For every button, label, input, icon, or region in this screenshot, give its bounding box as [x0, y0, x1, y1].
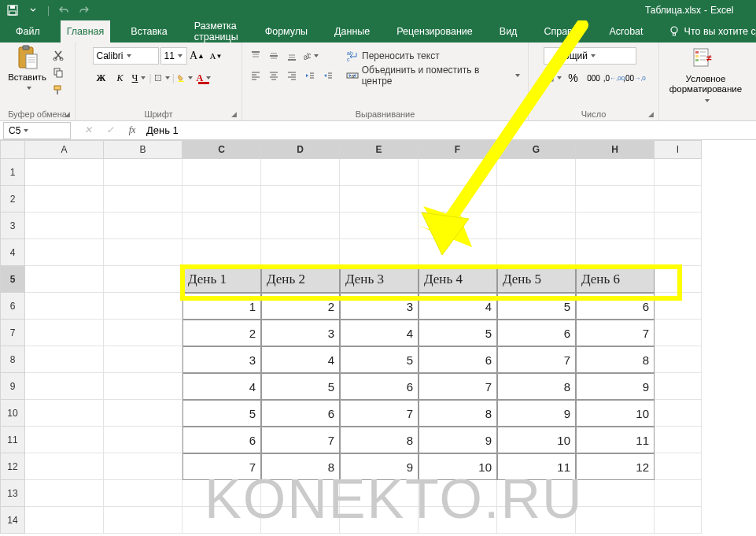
cell-B3[interactable] — [104, 213, 183, 239]
formula-input[interactable]: День 1 — [140, 124, 756, 136]
cell-D3[interactable] — [261, 213, 340, 239]
cell-A12[interactable] — [25, 453, 104, 480]
borders-icon[interactable] — [153, 69, 171, 87]
cell-G11[interactable]: 10 — [497, 427, 576, 453]
cell-F13[interactable] — [419, 480, 497, 507]
decrease-font-icon[interactable]: A▼ — [208, 47, 225, 65]
cell-H10[interactable]: 10 — [576, 400, 655, 427]
cell-B13[interactable] — [104, 480, 183, 507]
cell-F2[interactable] — [419, 186, 497, 213]
cell-I11[interactable] — [655, 427, 702, 453]
alignment-dialog-launcher-icon[interactable]: ◢ — [518, 110, 526, 118]
cell-B14[interactable] — [104, 507, 183, 534]
conditional-formatting-icon[interactable]: ≠ — [691, 46, 720, 74]
cell-C1[interactable] — [183, 159, 261, 186]
cell-E3[interactable] — [340, 213, 419, 239]
cell-E14[interactable] — [340, 507, 419, 534]
cell-F14[interactable] — [419, 507, 497, 534]
column-header-E[interactable]: E — [340, 140, 419, 159]
cell-E6[interactable]: 3 — [340, 293, 419, 320]
underline-button[interactable]: Ч — [131, 69, 148, 87]
align-middle-icon[interactable] — [265, 47, 282, 65]
cell-H14[interactable] — [576, 507, 655, 534]
cell-A6[interactable] — [25, 293, 104, 320]
conditional-formatting-dropdown-icon[interactable] — [702, 94, 710, 99]
cell-C13[interactable] — [183, 480, 261, 507]
cell-E12[interactable]: 9 — [340, 453, 419, 480]
cell-D8[interactable]: 4 — [261, 346, 340, 373]
cell-I5[interactable] — [655, 266, 702, 293]
column-header-C[interactable]: C — [183, 140, 261, 159]
clipboard-dialog-launcher-icon[interactable]: ◢ — [65, 110, 72, 118]
cell-B6[interactable] — [104, 293, 183, 320]
cell-A5[interactable] — [25, 266, 104, 293]
cell-G6[interactable]: 5 — [497, 293, 576, 320]
cell-D4[interactable] — [261, 239, 340, 266]
cell-B7[interactable] — [104, 320, 183, 346]
cell-F4[interactable] — [419, 239, 497, 266]
cell-H12[interactable]: 12 — [576, 453, 655, 480]
cell-E13[interactable] — [340, 480, 419, 507]
cell-A2[interactable] — [25, 186, 104, 213]
cell-E2[interactable] — [340, 186, 419, 213]
cell-B2[interactable] — [104, 186, 183, 213]
cell-D5[interactable]: День 2 — [261, 266, 340, 293]
cell-G2[interactable] — [497, 186, 576, 213]
undo-icon[interactable] — [56, 2, 72, 18]
cell-H1[interactable] — [576, 159, 655, 186]
cell-E8[interactable]: 5 — [340, 346, 419, 373]
enter-formula-icon[interactable]: ✓ — [102, 123, 118, 139]
comma-style-button[interactable]: 000 — [585, 69, 603, 87]
cell-G4[interactable] — [497, 239, 576, 266]
cell-B12[interactable] — [104, 453, 183, 480]
cell-F5[interactable]: День 4 — [419, 266, 497, 293]
cell-B5[interactable] — [104, 266, 183, 293]
cell-I10[interactable] — [655, 400, 702, 427]
cell-H11[interactable]: 11 — [576, 427, 655, 453]
cell-A4[interactable] — [25, 239, 104, 266]
cell-F11[interactable]: 9 — [419, 427, 497, 453]
row-header-13[interactable]: 13 — [0, 480, 25, 507]
cell-I2[interactable] — [655, 186, 702, 213]
font-name-combo[interactable]: Calibri — [93, 47, 159, 65]
cell-C10[interactable]: 5 — [183, 400, 261, 427]
cell-B8[interactable] — [104, 346, 183, 373]
number-dialog-launcher-icon[interactable]: ◢ — [648, 110, 656, 118]
cell-D9[interactable]: 5 — [261, 373, 340, 400]
cell-G5[interactable]: День 5 — [497, 266, 576, 293]
cell-A10[interactable] — [25, 400, 104, 427]
row-header-11[interactable]: 11 — [0, 427, 25, 453]
cell-C8[interactable]: 3 — [183, 346, 261, 373]
column-header-F[interactable]: F — [419, 140, 497, 159]
cell-A3[interactable] — [25, 213, 104, 239]
cell-C3[interactable] — [183, 213, 261, 239]
name-box[interactable]: C5 — [3, 122, 71, 139]
cell-F1[interactable] — [419, 159, 497, 186]
cell-H7[interactable]: 7 — [576, 320, 655, 346]
row-header-1[interactable]: 1 — [0, 159, 25, 186]
cell-A11[interactable] — [25, 427, 104, 453]
cell-G13[interactable] — [497, 480, 576, 507]
tab-data[interactable]: Данные — [328, 20, 376, 43]
tab-view[interactable]: Вид — [493, 20, 524, 43]
align-center-icon[interactable] — [265, 67, 282, 84]
italic-button[interactable]: К — [112, 69, 129, 87]
cell-I6[interactable] — [655, 293, 702, 320]
column-header-D[interactable]: D — [261, 140, 340, 159]
cell-G3[interactable] — [497, 213, 576, 239]
cell-H8[interactable]: 8 — [576, 346, 655, 373]
cell-G12[interactable]: 11 — [497, 453, 576, 480]
row-header-12[interactable]: 12 — [0, 453, 25, 480]
tab-help[interactable]: Справка — [537, 20, 588, 43]
increase-indent-icon[interactable] — [319, 67, 337, 84]
cell-F7[interactable]: 5 — [419, 320, 497, 346]
cell-I4[interactable] — [655, 239, 702, 266]
paste-label[interactable]: Вставить — [8, 72, 46, 82]
cell-D11[interactable]: 7 — [261, 427, 340, 453]
redo-icon[interactable] — [76, 2, 92, 18]
cell-C9[interactable]: 4 — [183, 373, 261, 400]
cell-G8[interactable]: 7 — [497, 346, 576, 373]
cell-D7[interactable]: 3 — [261, 320, 340, 346]
copy-icon[interactable] — [50, 65, 67, 80]
accounting-format-icon[interactable] — [544, 69, 562, 87]
